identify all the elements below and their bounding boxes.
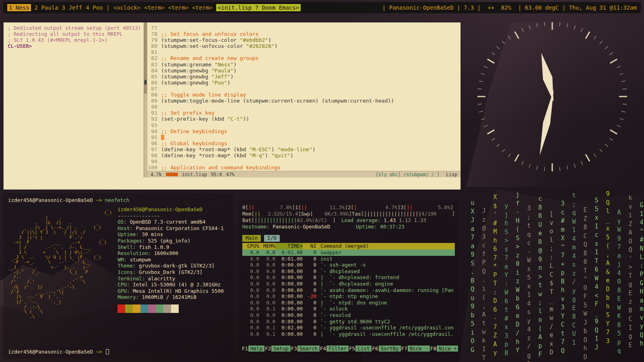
cell-cpu: 0.0 (242, 262, 259, 268)
matrix-column: 9 Q l _ x 5 ( , A & e D b h S Y 7 3 (605, 190, 611, 346)
process-row[interactable]: 0.00.00:02.000swapper (242, 249, 455, 256)
init-lisp-buffer[interactable]: 7778;; Set focus and unfocus colors79(st… (147, 23, 460, 171)
code-text: ;; Set prefix key (161, 110, 215, 116)
neofetch-info-line: OS: OpenBSD 7.3-current amd64 (118, 219, 223, 225)
cell-command: `- dhcpleased (316, 268, 455, 275)
column-header-ni[interactable]: NI (303, 243, 316, 249)
code-line: 80(stumpwm:set-unfocus-color "#282828") (147, 43, 460, 49)
terminal-neofetch[interactable]: izder456@Panasonic-OpenBaSeD ~> neofetch… (3, 193, 233, 359)
stumpwm-modeline: 1 Ness2 Paula3 Jeff4 Poo|<xclock><term><… (3, 2, 641, 13)
uptime: Uptime: 00:37:23 (356, 224, 404, 230)
scroll-percent: 47% (226, 172, 235, 177)
shell-prompt-idle[interactable]: izder456@Panasonic-OpenBaSeD ~> (8, 349, 109, 355)
info-value: Intel i5-5300U (4) @ 2.301GHz (133, 282, 221, 288)
fkey-f6[interactable]: F6SortBy (372, 346, 400, 352)
fkey-f4[interactable]: F4Filter (320, 346, 349, 352)
meter-bracket: ] (349, 211, 352, 217)
groups-windows-separator: | (106, 4, 109, 11)
fkey-f5[interactable]: F5List (349, 346, 372, 352)
process-row[interactable]: 0.00.00:00.000`- getty std.9600 ttyC2 (242, 319, 455, 325)
fkey-f7[interactable]: F7Nice - (401, 346, 430, 352)
cell-time: 0:00.00 (275, 268, 303, 275)
cell-nice: -20 (303, 293, 316, 300)
window-item[interactable]: <xclock> (114, 4, 140, 11)
repl-prompt[interactable]: CL-USER> (8, 43, 142, 49)
column-header-cpu[interactable]: CPU% (242, 243, 259, 249)
window-item[interactable]: <term> (168, 4, 189, 11)
column-header-mem[interactable]: MEM% (259, 243, 275, 249)
process-row[interactable]: 0.00.00:01.000init (242, 256, 455, 262)
htop-meter: Mem[||2.52G/15.4] (242, 211, 301, 217)
process-row[interactable]: 0.00.00:00.000`- ssh-agent -s (242, 262, 455, 268)
window-item[interactable]: <init.lisp ? Doom Emacs> (216, 4, 301, 11)
cell-mem: 0.0 (259, 319, 275, 325)
info-value: 525 (pkg_info) (148, 238, 190, 244)
cell-time: 0:02.00 (275, 249, 303, 256)
htop-tab-io[interactable]: I/O (264, 235, 280, 242)
line-number: 95 (147, 134, 161, 140)
meter-bracket: [ (246, 204, 249, 211)
column-header-time+[interactable]: TIME+ (275, 243, 303, 249)
cell-command: `- ssh-agent -s (316, 262, 455, 268)
cell-cpu: 0.0 (242, 268, 259, 275)
line-number: 92 (147, 116, 161, 122)
process-row[interactable]: 0.00.00:00.000`- avahi-daemon: -avahi-da… (242, 287, 455, 294)
palette-swatch (140, 304, 148, 313)
window-item[interactable]: <term> (192, 4, 213, 11)
code-text: (stumpwm:gnewbg "Jeff") (161, 74, 233, 80)
process-row[interactable]: 0.00.00:00.000| `- ntpd: dns engine (242, 300, 455, 306)
meter-bars: || (248, 204, 254, 211)
terminal-color-palette (118, 304, 223, 313)
process-row[interactable]: 0.00.00:00.000| `- dhcpleased: engine (242, 281, 455, 287)
info-label: Memory: (118, 294, 142, 300)
code-line: 93 (147, 122, 460, 128)
palette-swatch (163, 304, 171, 313)
process-row[interactable]: 0.00.00:00.000`- dhcpleased (242, 268, 455, 275)
cell-mem: 0.0 (259, 249, 275, 256)
group-item[interactable]: 3 Jeff (62, 4, 83, 11)
process-row[interactable]: 0.00.00:00.000| `- dhcpleased: frontend (242, 274, 455, 281)
matrix-column: u X J a 7 a 9 S . B Q u 9 b 5 i O G (469, 199, 476, 354)
matrix-column: c 8 R U e R @ 9 n > t w ; l o ( A p F (537, 195, 543, 359)
terminal-htop[interactable]: 0[||7.8%]1[||11.3%]2[|4.7%]3[||5.8%]Mem[… (238, 200, 458, 355)
sly-mrepl-buffer[interactable]: ; Dedicated output stream setup (port 40… (4, 23, 144, 177)
code-text: (stumpwm:set-focus-color "#ebdbb2") (161, 37, 271, 43)
cell-nice: 0 (303, 325, 316, 331)
meter-value: 0K/3.99G (324, 211, 349, 217)
meter-label: Mem (242, 211, 252, 217)
meter-bracket: [ (252, 211, 255, 217)
hostname-value: Panasonic-OpenBaSeD (272, 224, 330, 230)
fkey-f2[interactable]: F2Setup (264, 346, 291, 352)
htop-tab-main[interactable]: Main (242, 235, 261, 242)
column-header-commandmerged[interactable]: Command (merged) (316, 243, 455, 249)
cell-mem: 0.0 (259, 274, 275, 281)
process-row[interactable]: 0.00.00:00.00-20`- ntpd: ntp engine (242, 293, 455, 300)
process-row[interactable]: 0.00.10:00.000`- xclock (242, 306, 455, 312)
process-row[interactable]: 0.00.10:00.000| `- yggdrasil -useconffil… (242, 331, 455, 337)
fkey-f8[interactable]: F8Nice + (430, 346, 458, 352)
cell-nice: 0 (303, 268, 316, 275)
fkey-f3[interactable]: F3Search (291, 346, 320, 352)
group-item[interactable]: 4 Poo (86, 4, 103, 11)
load-average: Load average: 1.43 1.12 1.33 (341, 217, 426, 224)
group-item[interactable]: 1 Ness (7, 4, 31, 11)
cell-nice: 0 (303, 274, 316, 281)
emacs-window-divider[interactable] (144, 23, 147, 177)
code-line: 99 (147, 158, 460, 165)
line-number: 89 (147, 98, 161, 104)
hostname-label: Hostname: (242, 224, 272, 230)
buffer-name: init.lisp (182, 172, 207, 177)
fkey-f1[interactable]: F1Help (242, 346, 264, 352)
meter-label: 0 (242, 204, 246, 211)
fkey-label: Filter (326, 346, 349, 352)
window-item[interactable]: <term> (144, 4, 165, 11)
fkey-label: SortBy (379, 346, 401, 352)
htop-column-header[interactable]: CPU%MEM%TIME+NICommand (merged) (242, 243, 455, 249)
process-row[interactable]: 0.00.00:00.000`- resolvd (242, 312, 455, 319)
info-value: 30 mins (142, 231, 163, 237)
info-label: Theme: (118, 263, 139, 269)
line-number: 81 (147, 49, 161, 55)
echo-area[interactable] (4, 177, 460, 189)
process-row[interactable]: 0.00.10:02.000`- yggdrasil -useconffile … (242, 325, 455, 331)
group-item[interactable]: 2 Paula (35, 4, 58, 11)
